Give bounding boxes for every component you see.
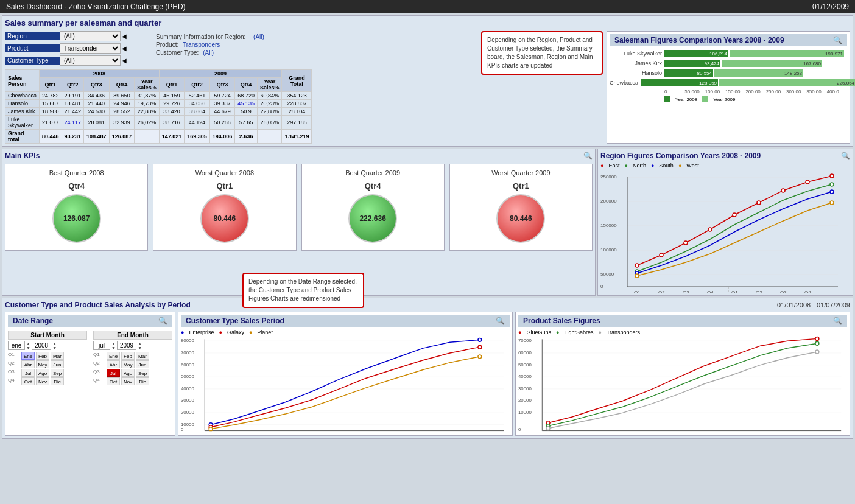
end-mar-btn[interactable]: Mar bbox=[136, 352, 149, 360]
legend-2009-label: Year 2009 bbox=[713, 97, 735, 102]
customer-type-chart-svg: 80000 70000 60000 50000 40000 30000 2000… bbox=[181, 335, 510, 433]
end-q1-row: Q1 Ene Feb Mar bbox=[93, 352, 172, 360]
svg-point-82 bbox=[815, 337, 819, 340]
salesman-bar-chart: Luke Skywalker 106,214 190,971 James Kir… bbox=[610, 50, 847, 102]
kpi-search-icon[interactable]: 🔍 bbox=[583, 152, 593, 160]
svg-point-25 bbox=[830, 190, 834, 194]
start-month-down[interactable]: ▼ bbox=[26, 346, 30, 350]
end-jun-btn[interactable]: Jun bbox=[136, 360, 149, 368]
svg-point-59 bbox=[478, 338, 482, 341]
region-label: Region bbox=[5, 32, 60, 40]
svg-text:70000: 70000 bbox=[181, 350, 194, 355]
kpi-circle-worst-2009: 80.446 bbox=[496, 194, 545, 243]
salesman-chart-icon[interactable]: 🔍 bbox=[833, 36, 842, 44]
svg-text:60000: 60000 bbox=[181, 362, 194, 368]
end-month-label: End Month bbox=[93, 331, 172, 340]
date-display: 01/12/2009 bbox=[812, 2, 849, 11]
svg-point-18 bbox=[757, 201, 761, 205]
svg-point-61 bbox=[478, 345, 482, 349]
start-jun-btn[interactable]: Jun bbox=[51, 360, 64, 368]
end-month-down[interactable]: ▼ bbox=[111, 346, 116, 350]
region-select[interactable]: (All) bbox=[60, 31, 121, 41]
start-sep-btn[interactable]: Sep bbox=[51, 369, 64, 377]
product-select[interactable]: Transponder bbox=[60, 43, 121, 54]
bar-hansolo: Hansolo 80,554 148,253 bbox=[610, 69, 847, 77]
summary-customer-label: Customer Type: bbox=[156, 49, 199, 56]
end-q3-row: Q3 Jul Ago Sep bbox=[93, 369, 172, 377]
end-abr-btn[interactable]: Abr bbox=[107, 360, 120, 368]
svg-text:0: 0 bbox=[181, 427, 184, 432]
svg-point-14 bbox=[660, 253, 663, 257]
svg-text:50000: 50000 bbox=[518, 362, 532, 368]
start-ago-btn[interactable]: Ago bbox=[36, 369, 49, 377]
region-chart-search-icon[interactable]: 🔍 bbox=[841, 152, 850, 160]
sales-summary-title: Sales summary per salesman and quarter bbox=[5, 18, 850, 27]
start-month-arrows[interactable]: ▲ ▼ bbox=[26, 341, 30, 350]
bottom-section-header: Customer Type and Product Sales Analysis… bbox=[5, 301, 850, 309]
start-year-down[interactable]: ▼ bbox=[52, 346, 57, 350]
start-dic-btn[interactable]: Dic bbox=[51, 377, 64, 385]
svg-point-16 bbox=[708, 228, 712, 231]
region-chart-container: ●East ●North ●South ●West 250000 200000 … bbox=[600, 163, 850, 293]
start-oct-btn[interactable]: Oct bbox=[21, 377, 35, 385]
date-range-icon[interactable]: 🔍 bbox=[158, 317, 167, 325]
end-month-group: End Month jul ▲ ▼ 2009 ▲ ▼ bbox=[93, 331, 172, 386]
end-year-up[interactable]: ▲ bbox=[138, 341, 142, 346]
start-mar-btn[interactable]: Mar bbox=[51, 352, 64, 360]
product-arrow: ◀ bbox=[122, 45, 127, 52]
start-year-arrows[interactable]: ▲ ▼ bbox=[52, 341, 57, 350]
product-chart-legend: ●GlueGuns ●LightSabres ●Transponders bbox=[518, 329, 847, 335]
svg-text:30000: 30000 bbox=[181, 397, 194, 403]
svg-text:Q2: Q2 bbox=[756, 290, 762, 293]
start-year-up[interactable]: ▲ bbox=[52, 341, 57, 346]
svg-text:Q3: Q3 bbox=[683, 290, 689, 293]
start-month-up[interactable]: ▲ bbox=[26, 341, 30, 346]
end-dic-btn[interactable]: Dic bbox=[136, 377, 149, 385]
customer-type-select[interactable]: (All) bbox=[60, 55, 121, 66]
end-month-arrows[interactable]: ▲ ▼ bbox=[111, 341, 116, 350]
start-abr-btn[interactable]: Abr bbox=[21, 360, 35, 368]
end-month-up[interactable]: ▲ bbox=[111, 341, 116, 346]
customer-chart-icon[interactable]: 🔍 bbox=[496, 317, 505, 325]
start-q3-row: Q3 Jul Ago Sep bbox=[8, 369, 87, 377]
kpi-card-worst-2009: Worst Quarter 2009 Qtr1 80.446 bbox=[449, 164, 593, 251]
end-nov-btn[interactable]: Nov bbox=[121, 377, 135, 385]
sales-person-header: Sales Person bbox=[5, 70, 40, 92]
svg-point-13 bbox=[635, 264, 639, 267]
start-year-value: 2008 bbox=[32, 341, 51, 350]
end-oct-btn[interactable]: Oct bbox=[107, 377, 120, 385]
svg-text:Q1: Q1 bbox=[634, 290, 641, 293]
end-year-down[interactable]: ▼ bbox=[138, 346, 142, 350]
start-jul-btn[interactable]: Jul bbox=[21, 369, 35, 377]
svg-text:0: 0 bbox=[518, 427, 521, 432]
app-title: Sales Dashboard - Zoho Visualization Cha… bbox=[6, 2, 186, 11]
product-chart-icon[interactable]: 🔍 bbox=[833, 317, 842, 325]
tooltip-region: Depending on the Region, Product and Cus… bbox=[481, 31, 603, 144]
start-month-spinner: ene ▲ ▼ 2008 ▲ ▼ bbox=[8, 341, 87, 350]
start-nov-btn[interactable]: Nov bbox=[36, 377, 49, 385]
product-sales-chart-header: Product Sales Figures 🔍 bbox=[518, 315, 847, 327]
product-control-row: Product Transponder ◀ bbox=[5, 43, 151, 54]
end-month-value: jul bbox=[93, 341, 110, 350]
end-sep-btn[interactable]: Sep bbox=[136, 369, 149, 377]
svg-text:100000: 100000 bbox=[600, 247, 617, 253]
start-feb-btn[interactable]: Feb bbox=[36, 352, 49, 360]
end-feb-btn[interactable]: Feb bbox=[121, 352, 135, 360]
end-ene-btn[interactable]: Ene bbox=[107, 352, 120, 360]
title-bar: Sales Dashboard - Zoho Visualization Cha… bbox=[0, 0, 855, 13]
customer-type-control-row: Customer Type (All) ◀ bbox=[5, 55, 151, 66]
svg-text:50000: 50000 bbox=[181, 374, 194, 379]
svg-text:20000: 20000 bbox=[518, 397, 532, 403]
svg-text:80000: 80000 bbox=[181, 338, 194, 343]
start-may-btn[interactable]: May bbox=[36, 360, 49, 368]
svg-text:Q4: Q4 bbox=[707, 290, 714, 293]
end-jul-btn[interactable]: Jul bbox=[107, 369, 120, 377]
end-ago-btn[interactable]: Ago bbox=[121, 369, 135, 377]
svg-point-15 bbox=[684, 241, 688, 245]
bottom-content: Date Range 🔍 Start Month ene ▲ ▼ 2008 bbox=[5, 312, 850, 436]
end-year-arrows[interactable]: ▲ ▼ bbox=[138, 341, 142, 350]
salesman-chart-panel: Salesman Figures Comparison Years 2008 -… bbox=[607, 31, 850, 144]
start-ene-btn[interactable]: Ene bbox=[21, 352, 35, 360]
end-may-btn[interactable]: May bbox=[121, 360, 135, 368]
product-sales-chart-svg: 70000 60000 50000 40000 30000 20000 1000… bbox=[518, 335, 847, 433]
